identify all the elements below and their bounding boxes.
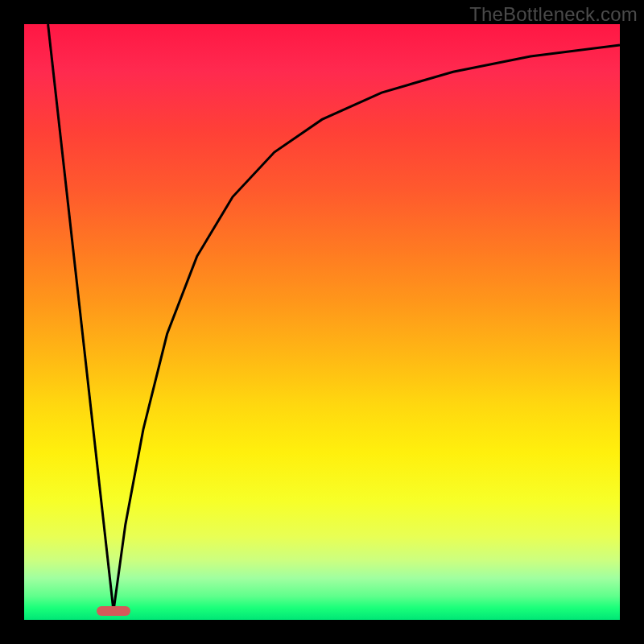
curve-overlay xyxy=(24,24,620,620)
watermark-text: TheBottleneck.com xyxy=(469,3,638,26)
chart-stage: TheBottleneck.com xyxy=(0,0,644,644)
left-branch-path xyxy=(48,24,114,611)
right-branch-path xyxy=(114,45,620,611)
min-marker-pill xyxy=(97,606,130,616)
